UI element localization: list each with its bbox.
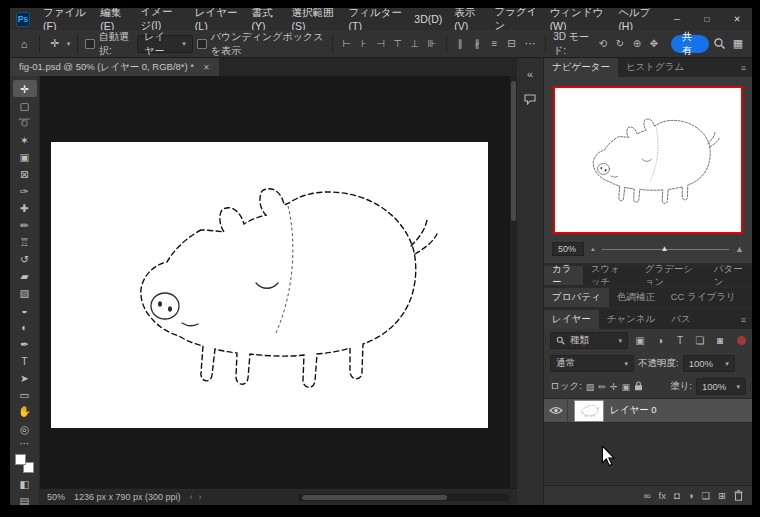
- horizontal-scrollbar-thumb[interactable]: [302, 495, 447, 500]
- quick-selection-tool[interactable]: ✶: [13, 131, 37, 148]
- gradient-tool[interactable]: ▧: [13, 284, 37, 301]
- distribute-vertical-icon[interactable]: ∦: [470, 38, 484, 49]
- tab-gradients[interactable]: グラデーション: [637, 266, 706, 285]
- maximize-button[interactable]: □: [692, 8, 722, 30]
- 3d-slide-icon[interactable]: ✥: [647, 38, 661, 49]
- menu-image[interactable]: イメージ(I): [134, 8, 188, 30]
- delete-layer-icon[interactable]: [734, 490, 743, 501]
- clone-stamp-tool[interactable]: ♖: [13, 233, 37, 250]
- more-options-icon[interactable]: ⋯: [522, 37, 538, 50]
- auto-select-checkbox[interactable]: [85, 39, 95, 49]
- layer-effects-icon[interactable]: fx: [659, 490, 666, 501]
- navigator-zoom-slider[interactable]: ▲: [602, 243, 729, 255]
- menu-type[interactable]: 書式(Y): [245, 8, 285, 30]
- share-button[interactable]: 共有: [671, 35, 709, 53]
- workspace-switcher-icon[interactable]: ▦: [730, 37, 746, 50]
- slider-thumb[interactable]: ▲: [660, 244, 668, 253]
- auto-select-dropdown[interactable]: レイヤー ▾: [137, 35, 193, 53]
- rectangular-marquee-tool[interactable]: ▢: [13, 97, 37, 114]
- layer-visibility-toggle[interactable]: [544, 399, 568, 422]
- brush-tool[interactable]: ✏: [13, 216, 37, 233]
- vertical-scrollbar[interactable]: [510, 76, 517, 488]
- move-tool[interactable]: ✛: [13, 80, 37, 97]
- minimize-button[interactable]: ─: [662, 8, 692, 30]
- new-adjustment-layer-icon[interactable]: ◑: [688, 490, 694, 501]
- horizontal-scrollbar[interactable]: [298, 494, 510, 501]
- navigator-zoom-value[interactable]: 50%: [552, 242, 584, 256]
- menu-3d[interactable]: 3D(D): [408, 8, 448, 30]
- close-tab-icon[interactable]: ✕: [203, 63, 210, 72]
- distribute-spacing-icon[interactable]: ≡: [487, 38, 501, 49]
- crop-tool[interactable]: ▣: [13, 148, 37, 165]
- canvas-area[interactable]: [40, 76, 517, 488]
- navigator-preview[interactable]: [553, 86, 743, 234]
- pen-tool[interactable]: ✒: [13, 335, 37, 352]
- menu-layer[interactable]: レイヤー(L): [189, 8, 246, 30]
- panel-menu-icon[interactable]: ≡: [741, 310, 752, 329]
- lock-position-icon[interactable]: ✛: [610, 382, 618, 392]
- tab-histogram[interactable]: ヒストグラム: [618, 58, 692, 77]
- move-tool-icon[interactable]: ✛: [47, 37, 63, 50]
- tab-patterns[interactable]: パターン: [706, 266, 752, 285]
- zoom-in-mountain-icon[interactable]: ▲: [735, 244, 744, 254]
- panel-menu-icon[interactable]: ≡: [741, 58, 752, 77]
- distribute-edges-icon[interactable]: ⊟: [504, 38, 518, 49]
- healing-brush-tool[interactable]: ✚: [13, 199, 37, 216]
- distribute-horizontal-icon[interactable]: ∥: [453, 38, 467, 49]
- zoom-out-mountain-icon[interactable]: ▲: [590, 246, 596, 252]
- filter-shape-layers-icon[interactable]: ❏: [692, 335, 708, 346]
- tab-paths[interactable]: パス: [663, 310, 698, 329]
- menu-plugins[interactable]: プラグイン: [488, 8, 543, 30]
- eyedropper-tool[interactable]: ✑: [13, 182, 37, 199]
- layer-filter-dropdown[interactable]: 種類 ▾: [550, 332, 628, 349]
- dodge-tool[interactable]: ◐: [13, 318, 37, 335]
- edit-toolbar-icon[interactable]: ⋯: [13, 437, 37, 450]
- 3d-roll-icon[interactable]: ↻: [613, 38, 627, 49]
- menu-window[interactable]: ウィンドウ(W): [544, 8, 613, 30]
- lock-pixels-icon[interactable]: ✏: [598, 382, 606, 392]
- home-icon[interactable]: ⌂: [16, 38, 32, 50]
- align-right-icon[interactable]: ⊣: [374, 38, 388, 49]
- lock-transparency-icon[interactable]: ▨: [586, 382, 595, 392]
- 3d-orbit-icon[interactable]: ⟲: [596, 38, 610, 49]
- status-next-icon[interactable]: ›: [199, 492, 202, 502]
- tab-layers[interactable]: レイヤー: [544, 310, 599, 329]
- layer-row[interactable]: レイヤー 0: [544, 399, 752, 423]
- tab-cc-libraries[interactable]: CC ライブラリ: [663, 288, 744, 307]
- menu-edit[interactable]: 編集(E): [94, 8, 134, 30]
- search-icon[interactable]: [713, 37, 726, 50]
- comments-icon[interactable]: [521, 91, 539, 108]
- status-zoom-level[interactable]: 50%: [47, 492, 65, 502]
- blend-mode-dropdown[interactable]: 通常 ▾: [550, 355, 634, 372]
- filter-pixel-layers-icon[interactable]: ▣: [632, 335, 648, 346]
- menu-view[interactable]: 表示(V): [448, 8, 488, 30]
- eraser-tool[interactable]: ▰: [13, 267, 37, 284]
- vertical-scrollbar-thumb[interactable]: [511, 81, 516, 221]
- new-group-icon[interactable]: ❏: [702, 490, 711, 501]
- 3d-pan-icon[interactable]: ⊕: [630, 38, 644, 49]
- menu-select[interactable]: 選択範囲(S): [286, 8, 343, 30]
- filter-smart-objects-icon[interactable]: ◙: [712, 335, 728, 346]
- fill-field[interactable]: 100% ▾: [696, 378, 746, 395]
- filter-toggle[interactable]: [737, 336, 746, 345]
- tab-adjustments[interactable]: 色調補正: [609, 288, 663, 307]
- collapse-panels-icon[interactable]: «: [521, 65, 539, 82]
- align-bottom-icon[interactable]: ⊪: [425, 38, 439, 49]
- filter-type-layers-icon[interactable]: T: [672, 335, 688, 346]
- quick-mask-icon[interactable]: ◧: [13, 475, 37, 492]
- history-brush-tool[interactable]: ↺: [13, 250, 37, 267]
- align-center-icon[interactable]: ⊦: [357, 38, 371, 49]
- frame-tool[interactable]: ⊠: [13, 165, 37, 182]
- opacity-field[interactable]: 100% ▾: [683, 355, 735, 372]
- filter-adjustment-layers-icon[interactable]: ◑: [652, 335, 668, 346]
- new-layer-icon[interactable]: ⊞: [718, 490, 726, 501]
- lock-all-icon[interactable]: [634, 381, 643, 393]
- lock-artboard-icon[interactable]: ▣: [621, 382, 630, 392]
- align-middle-icon[interactable]: ⊥: [408, 38, 422, 49]
- align-top-icon[interactable]: ⊤: [391, 38, 405, 49]
- hand-tool[interactable]: ✋: [13, 403, 37, 420]
- close-button[interactable]: ✕: [722, 8, 752, 30]
- type-tool[interactable]: T: [13, 352, 37, 369]
- status-prev-icon[interactable]: ‹: [190, 492, 193, 502]
- document-canvas[interactable]: [51, 142, 488, 428]
